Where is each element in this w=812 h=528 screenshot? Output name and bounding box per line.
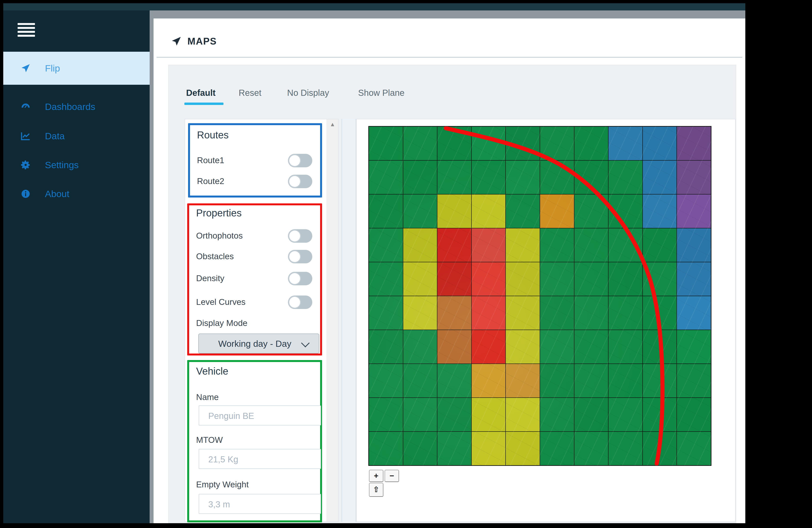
main-content: MAPS DefaultResetNo DisplayShow Plane Ro… <box>154 18 745 523</box>
grid-cell-r6-c3 <box>437 296 472 330</box>
toggle-switch-route2[interactable] <box>288 175 312 188</box>
pan-up-button[interactable]: ⇧ <box>369 483 383 497</box>
grid-cell-r3-c4 <box>472 194 506 228</box>
sidebar-item-label: Settings <box>45 160 78 170</box>
grid-cell-r7-c1 <box>369 330 403 364</box>
toggle-switch-route1[interactable] <box>288 154 312 167</box>
grid-cell-r3-c5 <box>506 194 540 228</box>
grid-cell-r5-c5 <box>506 262 540 296</box>
hamburger-menu-icon[interactable] <box>18 23 35 37</box>
sidebar-item-dashboards[interactable]: Dashboards <box>3 96 150 117</box>
sidebar-item-settings[interactable]: Settings <box>3 155 150 175</box>
grid-cell-r1-c8 <box>608 127 643 160</box>
grid-cell-r3-c7 <box>574 194 609 228</box>
app-window: FlipDashboardsDataSettingsAbout MAPS Def… <box>3 3 745 523</box>
input-name[interactable]: Penguin BE <box>199 405 321 426</box>
gauge-icon <box>20 101 31 112</box>
grid-cell-r7-c10 <box>677 330 711 364</box>
toggle-label: Level Curves <box>196 297 246 307</box>
grid-cell-r7-c8 <box>608 330 643 364</box>
top-bar <box>3 3 745 11</box>
grid-cell-r5-c1 <box>369 262 403 296</box>
scroll-up-icon[interactable]: ▲ <box>327 121 338 128</box>
grid-cell-r2-c5 <box>506 160 540 194</box>
sidebar-item-about[interactable]: About <box>3 183 150 204</box>
nav-icon <box>20 63 31 74</box>
toggle-switch-level-curves[interactable] <box>288 296 312 309</box>
grid-cell-r3-c6 <box>540 194 574 228</box>
grid-cell-r8-c3 <box>437 364 472 398</box>
toggle-row-route2: Route2 <box>197 175 312 189</box>
grid-cell-r2-c2 <box>403 160 437 194</box>
properties-section: Properties OrthophotosObstaclesDensityLe… <box>187 203 322 356</box>
zoom-in-button[interactable]: + <box>369 470 383 482</box>
input-value: 21,5 Kg <box>208 455 238 464</box>
tab-no-display[interactable]: No Display <box>287 88 329 98</box>
toggle-knob <box>289 272 301 285</box>
risk-map[interactable] <box>368 126 711 466</box>
card-scrollbar[interactable]: ▲ <box>327 119 338 522</box>
grid-cell-r3-c2 <box>403 194 437 228</box>
grid-cell-r1-c9 <box>643 127 677 160</box>
grid-cell-r7-c5 <box>506 330 540 364</box>
toggle-label: Orthophotos <box>196 231 243 241</box>
toggle-switch-density[interactable] <box>288 272 312 285</box>
toggle-switch-orthophotos[interactable] <box>288 229 312 243</box>
grid-cell-r8-c7 <box>574 364 609 398</box>
grid-cell-r1-c5 <box>506 127 540 160</box>
grid-cell-r9-c10 <box>677 398 711 431</box>
vehicle-title: Vehicle <box>196 365 228 377</box>
grid-cell-r2-c8 <box>608 160 643 194</box>
maps-panel: DefaultResetNo DisplayShow Plane Routes … <box>168 65 736 523</box>
grid-cell-r10-c9 <box>643 431 677 466</box>
grid-cell-r6-c5 <box>506 296 540 330</box>
grid-cell-r4-c6 <box>540 228 574 262</box>
grid-cell-r8-c4 <box>472 364 506 398</box>
grid-cell-r7-c4 <box>472 330 506 364</box>
grid-cell-r10-c7 <box>574 431 609 466</box>
page-title: MAPS <box>187 36 217 47</box>
grid-cell-r7-c7 <box>574 330 609 364</box>
tab-default[interactable]: Default <box>186 88 216 98</box>
toggle-knob <box>289 296 301 308</box>
page-header: MAPS <box>171 29 217 53</box>
toggle-switch-obstacles[interactable] <box>288 250 312 263</box>
display-mode-select[interactable]: Working day - Day <box>198 333 319 354</box>
grid-cell-r9-c8 <box>608 398 643 431</box>
sidebar-item-label: Data <box>45 131 65 141</box>
toggle-label: Route1 <box>197 156 224 165</box>
maps-nav-arrow-icon <box>171 35 182 47</box>
chart-icon <box>20 131 31 141</box>
grid-cell-r6-c8 <box>608 296 643 330</box>
grid-cell-r1-c7 <box>574 127 609 160</box>
zoom-out-button[interactable]: − <box>385 470 399 482</box>
grid-cell-r8-c5 <box>506 364 540 398</box>
grid-cell-r6-c9 <box>643 296 677 330</box>
grid-cell-r4-c7 <box>574 228 609 262</box>
grid-cell-r10-c10 <box>677 431 711 466</box>
sidebar-item-flip[interactable]: Flip <box>3 52 150 85</box>
sidebar-item-label: Flip <box>45 63 60 74</box>
grid-cell-r4-c4 <box>472 228 506 262</box>
input-mtow[interactable]: 21,5 Kg <box>199 449 321 469</box>
tab-show-plane[interactable]: Show Plane <box>358 88 404 98</box>
grid-cell-r7-c2 <box>403 330 437 364</box>
grid-cell-r6-c2 <box>403 296 437 330</box>
field-label-mtow: MTOW <box>196 435 223 445</box>
tab-reset[interactable]: Reset <box>239 88 261 98</box>
grid-cell-r2-c9 <box>643 160 677 194</box>
grid-cell-r5-c6 <box>540 262 574 296</box>
window-edge-top <box>150 11 745 18</box>
input-empty-weight[interactable]: 3,3 m <box>199 494 321 514</box>
grid-cell-r5-c3 <box>437 262 472 296</box>
toggle-knob <box>289 175 301 187</box>
input-value: Penguin BE <box>208 411 254 421</box>
grid-cell-r4-c5 <box>506 228 540 262</box>
sidebar-item-data[interactable]: Data <box>3 126 150 146</box>
risk-grid <box>369 127 711 466</box>
grid-cell-r8-c6 <box>540 364 574 398</box>
grid-cell-r9-c4 <box>472 398 506 431</box>
grid-cell-r5-c8 <box>608 262 643 296</box>
grid-cell-r5-c2 <box>403 262 437 296</box>
grid-cell-r8-c10 <box>677 364 711 398</box>
